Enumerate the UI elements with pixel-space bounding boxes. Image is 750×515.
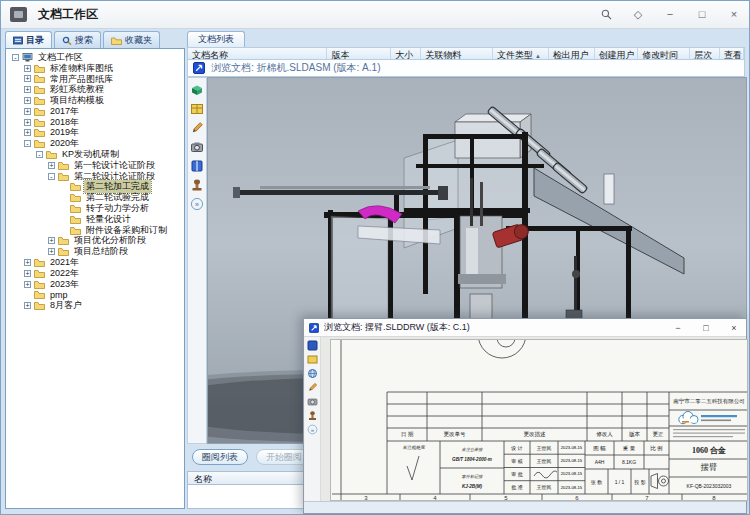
- minimize-button[interactable]: −: [670, 320, 686, 335]
- expand-icon[interactable]: +: [48, 248, 55, 255]
- sidebar-tab-directory[interactable]: 目录: [5, 31, 52, 48]
- camera-icon[interactable]: [307, 396, 318, 407]
- stamp-icon[interactable]: [190, 177, 205, 192]
- zone-number: 3: [361, 494, 371, 501]
- expand-icon[interactable]: +: [24, 259, 31, 266]
- folder-icon: [70, 226, 81, 235]
- svg-text:»: »: [195, 200, 199, 207]
- company-fineprint-lines: [673, 429, 745, 437]
- projection-label: 投 影: [631, 469, 649, 494]
- expand-icon[interactable]: +: [24, 302, 31, 309]
- pages-value: 1 / 1: [608, 469, 631, 494]
- expand-icon[interactable]: +: [24, 119, 31, 126]
- expand-toolbar-icon[interactable]: »: [307, 424, 318, 435]
- collapse-icon[interactable]: -: [24, 140, 31, 147]
- annotate-box-icon[interactable]: [190, 101, 205, 116]
- folder-icon: [34, 301, 45, 310]
- drawing-toolbar: »: [305, 337, 321, 501]
- minimize-button[interactable]: −: [661, 6, 679, 22]
- folder-icon: [58, 161, 69, 170]
- expand-icon[interactable]: +: [48, 162, 55, 169]
- review-list-button[interactable]: 圈阅列表: [192, 449, 248, 465]
- expand-icon[interactable]: +: [48, 237, 55, 244]
- folder-icon: [70, 204, 81, 213]
- format-label: 图 幅: [585, 441, 614, 455]
- folder-icon: [34, 139, 45, 148]
- tree-item-label[interactable]: 2023年: [48, 278, 81, 291]
- sign-date: 2023-08-15: [558, 454, 585, 467]
- document-icon[interactable]: [307, 340, 318, 351]
- drawing-canvas[interactable]: 南宁市二零二五科技有限公司 日 期 更改单号 更改描述 修改人 版本 更正 未注…: [321, 337, 746, 501]
- weight-value: 8.1KG: [614, 455, 644, 469]
- tree-item[interactable]: +2019年: [6, 128, 184, 139]
- zone-number: 7: [642, 494, 652, 501]
- globe-icon[interactable]: [307, 368, 318, 379]
- sign-date: 2023-08-15: [558, 441, 585, 454]
- titlebar: 文档工作区 ◇ − □ ×: [1, 1, 749, 29]
- tree-item[interactable]: pmp: [6, 290, 184, 301]
- browse-doc-icon: [309, 323, 319, 333]
- col-version: 版本: [622, 428, 647, 441]
- sidebar-tab-favorites[interactable]: 收藏夹: [103, 31, 160, 48]
- pages-label: 张 数: [585, 469, 608, 494]
- maximize-button[interactable]: □: [698, 320, 714, 335]
- collapse-icon[interactable]: -: [48, 173, 55, 180]
- book-icon[interactable]: [190, 158, 205, 173]
- expand-icon[interactable]: +: [24, 75, 31, 82]
- expand-icon[interactable]: +: [24, 129, 31, 136]
- sidebar: 目录搜索收藏夹 -文档工作区+标准物料库图纸+常用产品图纸库+彩虹系统教程+项目…: [5, 31, 185, 509]
- drawing-sheet[interactable]: 南宁市二零二五科技有限公司 日 期 更改单号 更改描述 修改人 版本 更正 未注…: [330, 339, 748, 501]
- search-icon[interactable]: [597, 6, 615, 22]
- close-button[interactable]: ×: [725, 6, 743, 22]
- folder-icon: [34, 74, 45, 83]
- tree-item-label[interactable]: 8月客户: [48, 299, 84, 312]
- folder-icon: [34, 269, 45, 278]
- tree-item[interactable]: +2018年: [6, 117, 184, 128]
- tab-document-list[interactable]: 文档列表: [187, 31, 245, 47]
- maximize-button[interactable]: □: [693, 6, 711, 22]
- folder-icon: [34, 96, 45, 105]
- collapse-icon[interactable]: -: [36, 151, 43, 158]
- tree-item[interactable]: +2023年: [6, 279, 184, 290]
- expand-toolbar-icon[interactable]: »: [190, 196, 205, 211]
- folder-icon: [70, 215, 81, 224]
- zone-number: 5: [501, 494, 511, 501]
- scale-value: [644, 455, 669, 469]
- collapse-icon[interactable]: -: [12, 54, 19, 61]
- drawing-statusbar: [304, 501, 746, 513]
- pencil-icon[interactable]: [307, 382, 318, 393]
- expand-icon[interactable]: +: [24, 86, 31, 93]
- pencil-icon[interactable]: [190, 120, 205, 135]
- stamp-icon[interactable]: [307, 410, 318, 421]
- annotate-box-icon[interactable]: [307, 354, 318, 365]
- viewer3d-doc-strip: 浏览文档: 折棉机.SLDASM (版本: A.1): [187, 59, 745, 77]
- expand-icon[interactable]: +: [24, 281, 31, 288]
- close-button[interactable]: ×: [726, 320, 742, 335]
- col-date: 日 期: [387, 428, 427, 441]
- camera-icon[interactable]: [190, 139, 205, 154]
- sidebar-tab-search[interactable]: 搜索: [54, 31, 101, 48]
- folder-icon: [70, 193, 81, 202]
- tab-label: 收藏夹: [125, 34, 152, 47]
- refresh-icon[interactable]: ◇: [629, 6, 647, 22]
- expand-icon[interactable]: +: [24, 65, 31, 72]
- col-modifier: 修改人: [587, 428, 622, 441]
- zone-number: 8: [709, 494, 719, 501]
- tree-item[interactable]: +项目结构模板: [6, 95, 184, 106]
- expand-icon[interactable]: +: [24, 97, 31, 104]
- signature-row: 批 准王世民2023-08-15: [504, 481, 585, 494]
- part-name: 摆臂: [669, 459, 748, 477]
- col-change-desc: 更改描述: [482, 428, 587, 441]
- tree-item[interactable]: +2022年: [6, 268, 184, 279]
- expand-icon[interactable]: +: [24, 108, 31, 115]
- tree-item[interactable]: +2017年: [6, 106, 184, 117]
- tree-item[interactable]: +2021年: [6, 257, 184, 268]
- tree-item[interactable]: +项目总结阶段: [6, 246, 184, 257]
- folder-icon: [34, 280, 45, 289]
- tree-item[interactable]: +8月客户: [6, 300, 184, 311]
- expand-icon[interactable]: +: [24, 270, 31, 277]
- folder-icon: [58, 236, 69, 245]
- view-model-icon[interactable]: [190, 82, 205, 97]
- sign-date: 2023-08-15: [558, 467, 585, 480]
- sidebar-tabs: 目录搜索收藏夹: [5, 31, 185, 48]
